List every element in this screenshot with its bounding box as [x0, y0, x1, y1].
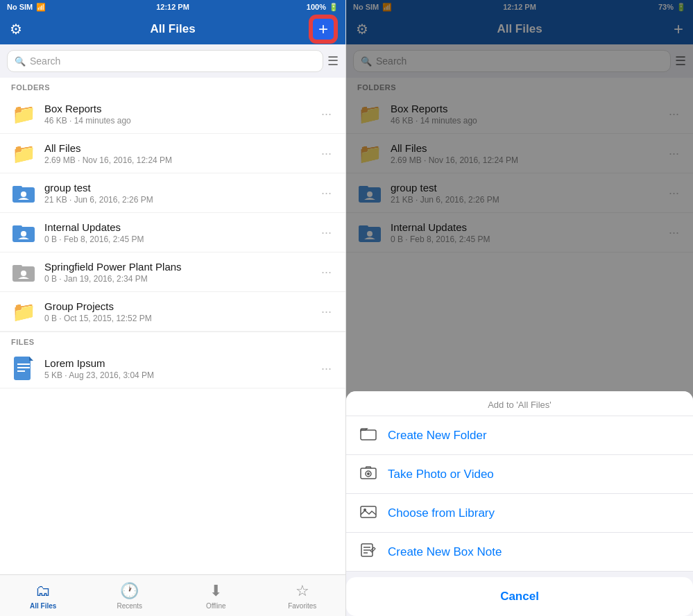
- left-tab-bar: 🗂 All Files 🕐 Recents ⬇ Offline ☆ Favori…: [0, 574, 345, 616]
- file-meta: 2.69 MB · Nov 16, 2016, 12:24 PM: [44, 155, 310, 165]
- file-info: group test 21 KB · Jun 6, 2016, 2:26 PM: [44, 182, 310, 205]
- svg-rect-1: [12, 186, 22, 189]
- create-new-folder-button[interactable]: Create New Folder: [346, 416, 693, 455]
- file-info: All Files 2.69 MB · Nov 16, 2016, 12:24 …: [44, 142, 310, 165]
- choose-from-library-label: Choose from Library: [388, 506, 495, 520]
- shared-folder-icon: [11, 180, 36, 205]
- file-name: group test: [44, 182, 310, 194]
- action-sheet-title: Add to 'All Files': [346, 391, 693, 416]
- list-item[interactable]: 📁 All Files 2.69 MB · Nov 16, 2016, 12:2…: [0, 134, 345, 173]
- all-files-tab-icon: 🗂: [35, 582, 51, 600]
- svg-point-5: [21, 231, 26, 237]
- left-nav-title: All Files: [150, 22, 195, 36]
- photo-library-icon: [360, 504, 377, 522]
- file-info: Box Reports 46 KB · 14 minutes ago: [44, 103, 310, 126]
- cancel-label: Cancel: [500, 590, 539, 604]
- left-panel: No SIM 📶 12:12 PM 100% 🔋 ⚙ All Files + 🔍…: [0, 0, 346, 616]
- svg-rect-4: [12, 225, 22, 229]
- create-box-note-button[interactable]: Create New Box Note: [346, 533, 693, 572]
- tab-all-files[interactable]: 🗂 All Files: [0, 582, 87, 610]
- doc-file-icon: [11, 356, 36, 381]
- left-search-container: 🔍 Search ☰: [0, 44, 345, 78]
- left-status-right: 100% 🔋: [307, 3, 339, 12]
- svg-point-2: [21, 191, 26, 197]
- file-meta: 0 B · Oct 15, 2015, 12:52 PM: [44, 314, 310, 323]
- left-battery-icon: 🔋: [329, 3, 339, 12]
- file-name: Lorem Ipsum: [44, 357, 310, 369]
- file-meta: 0 B · Feb 8, 2016, 2:45 PM: [44, 234, 310, 244]
- file-meta: 21 KB · Jun 6, 2016, 2:26 PM: [44, 195, 310, 205]
- left-search-bar[interactable]: 🔍 Search: [7, 50, 323, 72]
- offline-tab-icon: ⬇: [209, 582, 222, 600]
- list-item[interactable]: group test 21 KB · Jun 6, 2016, 2:26 PM …: [0, 173, 345, 213]
- file-name: Springfield Power Plant Plans: [44, 261, 310, 273]
- file-name: Internal Updates: [44, 221, 310, 233]
- left-battery: 100%: [307, 3, 326, 11]
- list-item[interactable]: Internal Updates 0 B · Feb 8, 2016, 2:45…: [0, 213, 345, 253]
- file-meta: 5 KB · Aug 23, 2016, 3:04 PM: [44, 370, 310, 380]
- more-button[interactable]: ···: [318, 302, 334, 322]
- left-time: 12:12 PM: [156, 3, 189, 11]
- left-folders-label: FOLDERS: [0, 78, 345, 94]
- action-sheet: Add to 'All Files' Create New Folder: [346, 391, 693, 616]
- shared-folder-gray-icon: [11, 259, 36, 284]
- cancel-button[interactable]: Cancel: [346, 577, 693, 616]
- left-file-list: 📁 Box Reports 46 KB · 14 minutes ago ···…: [0, 94, 345, 574]
- left-signal: No SIM: [7, 3, 33, 11]
- file-info: Springfield Power Plant Plans 0 B · Jan …: [44, 261, 310, 284]
- svg-rect-7: [12, 265, 22, 268]
- tab-offline[interactable]: ⬇ Offline: [173, 582, 259, 610]
- file-meta: 46 KB · 14 minutes ago: [44, 116, 310, 126]
- left-files-label: FILES: [0, 332, 345, 349]
- more-button[interactable]: ···: [318, 359, 334, 379]
- more-button[interactable]: ···: [318, 223, 334, 243]
- favorites-tab-label: Favorites: [288, 602, 316, 610]
- file-info: Internal Updates 0 B · Feb 8, 2016, 2:45…: [44, 221, 310, 244]
- folder-outline-icon: [360, 427, 377, 444]
- modal-overlay: Add to 'All Files' Create New Folder: [346, 0, 693, 616]
- box-note-icon: [360, 543, 377, 561]
- file-name: Group Projects: [44, 300, 310, 312]
- shared-folder-icon: [11, 220, 36, 245]
- tab-recents[interactable]: 🕐 Recents: [87, 582, 173, 610]
- create-new-folder-label: Create New Folder: [388, 429, 487, 443]
- svg-point-8: [21, 271, 26, 276]
- tab-favorites[interactable]: ☆ Favorites: [259, 582, 346, 610]
- take-photo-label: Take Photo or Video: [388, 468, 494, 481]
- left-status-left: No SIM 📶: [7, 3, 46, 12]
- svg-rect-20: [361, 430, 376, 440]
- recents-tab-icon: 🕐: [120, 582, 139, 600]
- more-button[interactable]: ···: [318, 262, 334, 282]
- left-search-icon: 🔍: [15, 56, 26, 67]
- list-item[interactable]: Lorem Ipsum 5 KB · Aug 23, 2016, 3:04 PM…: [0, 349, 345, 388]
- file-name: Box Reports: [44, 103, 310, 114]
- choose-from-library-button[interactable]: Choose from Library: [346, 494, 693, 533]
- svg-point-23: [367, 472, 370, 475]
- list-item[interactable]: Springfield Power Plant Plans 0 B · Jan …: [0, 253, 345, 292]
- left-filter-icon[interactable]: ☰: [327, 53, 339, 69]
- favorites-tab-icon: ☆: [296, 582, 309, 600]
- left-plus-button[interactable]: +: [311, 17, 336, 42]
- list-item[interactable]: 📁 Group Projects 0 B · Oct 15, 2015, 12:…: [0, 292, 345, 332]
- folder-icon: 📁: [11, 299, 36, 324]
- file-name: All Files: [44, 142, 310, 154]
- file-meta: 0 B · Jan 19, 2016, 2:34 PM: [44, 274, 310, 284]
- folder-icon: 📁: [11, 101, 36, 126]
- offline-tab-label: Offline: [206, 602, 226, 610]
- take-photo-button[interactable]: Take Photo or Video: [346, 455, 693, 494]
- left-search-placeholder: Search: [30, 55, 60, 67]
- folder-icon: 📁: [11, 141, 36, 166]
- left-gear-button[interactable]: ⚙: [10, 21, 22, 37]
- create-box-note-label: Create New Box Note: [388, 545, 502, 559]
- camera-icon: [360, 465, 377, 483]
- file-info: Lorem Ipsum 5 KB · Aug 23, 2016, 3:04 PM: [44, 357, 310, 380]
- left-nav-bar: ⚙ All Files +: [0, 14, 345, 44]
- recents-tab-label: Recents: [117, 602, 142, 610]
- left-status-bar: No SIM 📶 12:12 PM 100% 🔋: [0, 0, 345, 14]
- list-item[interactable]: 📁 Box Reports 46 KB · 14 minutes ago ···: [0, 94, 345, 134]
- file-info: Group Projects 0 B · Oct 15, 2015, 12:52…: [44, 300, 310, 323]
- more-button[interactable]: ···: [318, 144, 334, 164]
- more-button[interactable]: ···: [318, 104, 334, 124]
- more-button[interactable]: ···: [318, 183, 334, 203]
- right-panel: No SIM 📶 12:12 PM 73% 🔋 ⚙ All Files + 🔍 …: [346, 0, 693, 616]
